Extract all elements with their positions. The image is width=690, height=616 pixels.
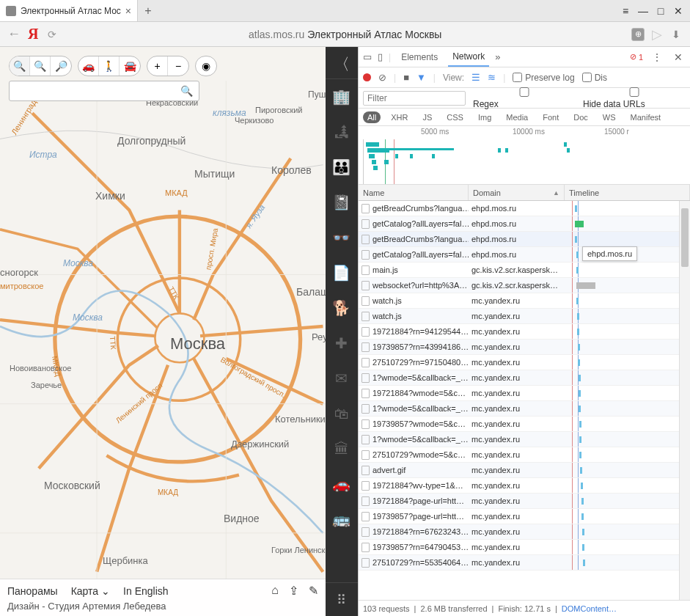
close-window-icon[interactable]: ✕ xyxy=(671,5,686,17)
header-name[interactable]: Name xyxy=(359,185,469,200)
menu-icon[interactable]: ≡ xyxy=(618,5,633,17)
capture-icon[interactable]: ■ xyxy=(403,72,409,83)
record-icon[interactable] xyxy=(363,73,371,81)
network-row[interactable]: websocket?url=http%3A…gc.kis.v2.scr.kasp… xyxy=(359,278,690,293)
url-display[interactable]: atlas.mos.ru Электронный Атлас Москвы xyxy=(66,29,624,40)
network-row[interactable]: 19721884?wmode=5&c…mc.yandex.ru xyxy=(359,386,690,401)
sidebar-mail-icon[interactable]: ✉ xyxy=(326,361,358,396)
sidebar-passport-icon[interactable]: 📓 xyxy=(326,185,358,220)
network-row[interactable]: 19739857?page-url=htt…mc.yandex.ru xyxy=(359,509,690,524)
network-row[interactable]: getBreadCrumbs?langua…ehpd.mos.ru xyxy=(359,232,690,247)
sidebar-back-icon[interactable]: 〈 xyxy=(326,50,358,79)
network-row[interactable]: 19739857?wmode=5&c…mc.yandex.ru xyxy=(359,417,690,432)
sidebar-car-icon[interactable]: 🚗 xyxy=(326,466,358,502)
category-ws[interactable]: WS xyxy=(598,111,620,123)
network-row[interactable]: watch.jsmc.yandex.ru xyxy=(359,309,690,324)
tab-elements[interactable]: Elements xyxy=(397,47,442,67)
network-row[interactable]: 19739857?rn=64790453…mc.yandex.ru xyxy=(359,540,690,555)
english-link[interactable]: In English xyxy=(123,585,168,597)
map-search-box[interactable]: 🔍 xyxy=(9,81,199,101)
inspect-icon[interactable]: ▭ xyxy=(363,51,372,62)
category-xhr[interactable]: XHR xyxy=(386,111,412,123)
locate-icon[interactable]: ◉ xyxy=(196,56,216,76)
map-canvas[interactable] xyxy=(0,47,326,616)
category-css[interactable]: CSS xyxy=(442,111,468,123)
error-badge[interactable]: ⊘ 1 xyxy=(630,52,643,62)
close-tab-icon[interactable]: × xyxy=(125,5,131,17)
layer-walk-icon[interactable]: 🚶 xyxy=(99,56,120,76)
network-row[interactable]: 19739857?rn=43994186…mc.yandex.ru xyxy=(359,340,690,355)
preserve-log-checkbox[interactable]: Preserve log xyxy=(513,73,574,83)
zoom-out-icon[interactable]: 🔎 xyxy=(51,56,71,76)
view-overview-icon[interactable]: ≋ xyxy=(488,72,496,83)
search-icon[interactable]: 🔍 xyxy=(180,85,193,97)
network-timeline[interactable]: 5000 ms 10000 ms 15000 r xyxy=(359,126,690,185)
sidebar-shopping-icon[interactable]: 🛍 xyxy=(326,396,358,431)
header-timeline[interactable]: Timeline xyxy=(565,185,690,200)
regex-checkbox[interactable]: Regex xyxy=(473,87,576,109)
minus-icon[interactable]: − xyxy=(168,56,188,76)
category-img[interactable]: Img xyxy=(474,111,496,123)
network-row[interactable]: 1?wmode=5&callback=_…mc.yandex.ru xyxy=(359,370,690,386)
sidebar-apps-icon[interactable]: ⠿ xyxy=(326,582,358,616)
sidebar-health-icon[interactable]: ✚ xyxy=(326,326,358,361)
category-manifest[interactable]: Manifest xyxy=(626,111,666,123)
network-row[interactable]: main.jsgc.kis.v2.scr.kaspersky-la… xyxy=(359,263,690,278)
sidebar-bus-icon[interactable]: 🚌 xyxy=(326,502,358,537)
network-row[interactable]: 19721884?page-url=htt…mc.yandex.ru xyxy=(359,494,690,509)
minimize-icon[interactable]: — xyxy=(636,5,650,17)
network-row[interactable]: getCatalog?allLayers=fal…ehpd.mos.ru xyxy=(359,247,690,263)
network-row[interactable]: 1?wmode=5&callback=_…mc.yandex.ru xyxy=(359,432,690,447)
layer-transit-icon[interactable]: 🚘 xyxy=(120,56,140,76)
scrollbar[interactable] xyxy=(679,201,690,600)
ruler-icon[interactable]: ✎ xyxy=(309,584,318,598)
category-font[interactable]: Font xyxy=(538,111,563,123)
sidebar-document-icon[interactable]: 📄 xyxy=(326,255,358,290)
network-row[interactable]: 19721884?rn=94129544…mc.yandex.ru xyxy=(359,324,690,340)
panoramas-link[interactable]: Панорамы xyxy=(7,585,58,597)
more-tabs-icon[interactable]: » xyxy=(495,51,500,62)
reload-icon[interactable]: ⟳ xyxy=(45,29,59,40)
kebab-icon[interactable]: ⋮ xyxy=(649,51,665,63)
map-panel[interactable]: 🔍 🔍 🔎 🚗 🚶 🚘 + − ◉ 🔍 Москва Пушкино xyxy=(0,47,326,616)
bookmark-flag-icon[interactable]: ▷ xyxy=(650,28,664,41)
sidebar-buildings-icon[interactable]: 🏢 xyxy=(326,79,358,114)
sidebar-family-icon[interactable]: 👪 xyxy=(326,150,358,185)
header-domain[interactable]: Domain▲ xyxy=(469,185,565,200)
layer-car-icon[interactable]: 🚗 xyxy=(78,56,99,76)
download-icon[interactable]: ⬇ xyxy=(669,28,683,41)
category-doc[interactable]: Doc xyxy=(569,111,592,123)
yandex-logo-icon[interactable]: Я xyxy=(28,26,38,43)
network-row[interactable]: advert.gifmc.yandex.ru xyxy=(359,463,690,478)
network-row[interactable]: 19721884?rn=67623243…mc.yandex.ru xyxy=(359,524,690,540)
search-tool-icon[interactable]: 🔍 xyxy=(10,56,30,76)
tab-network[interactable]: Network xyxy=(448,47,489,67)
category-js[interactable]: JS xyxy=(418,111,436,123)
network-row[interactable]: 27510729?rn=97150480…mc.yandex.ru xyxy=(359,355,690,370)
filter-input[interactable] xyxy=(363,91,466,106)
category-all[interactable]: All xyxy=(363,111,381,123)
share-icon[interactable]: ⇪ xyxy=(289,584,298,598)
network-row[interactable]: 19721884?wv-type=1&…mc.yandex.ru xyxy=(359,478,690,494)
back-arrow-icon[interactable]: ← xyxy=(7,26,21,42)
network-row[interactable]: getBreadCrumbs?langua…ehpd.mos.ru xyxy=(359,201,690,216)
devtools-close-icon[interactable]: ✕ xyxy=(671,51,686,63)
filter-icon[interactable]: ▼ xyxy=(416,72,426,83)
map-type-dropdown[interactable]: Карта ⌄ xyxy=(71,585,110,597)
network-row[interactable]: watch.jsmc.yandex.ru xyxy=(359,293,690,309)
device-icon[interactable]: ▯ xyxy=(378,51,383,62)
map-search-input[interactable] xyxy=(15,86,180,97)
sidebar-glasses-icon[interactable]: 👓 xyxy=(326,220,358,255)
network-row[interactable]: 27510729?rn=55354064…mc.yandex.ru xyxy=(359,555,690,571)
view-large-icon[interactable]: ☰ xyxy=(471,72,480,83)
network-row[interactable]: getCatalog?allLayers=fal…ehpd.mos.ru xyxy=(359,216,690,232)
sidebar-museum-icon[interactable]: 🏛 xyxy=(326,431,358,466)
maximize-icon[interactable]: □ xyxy=(653,5,668,17)
translate-icon[interactable]: ⊕ xyxy=(631,28,645,41)
home-icon[interactable]: ⌂ xyxy=(271,584,279,598)
browser-tab[interactable]: Электронный Атлас Мос × xyxy=(0,0,138,21)
new-tab-button[interactable]: + xyxy=(138,0,158,21)
sidebar-pet-icon[interactable]: 🐕 xyxy=(326,290,358,326)
category-media[interactable]: Media xyxy=(502,111,532,123)
hide-data-urls-checkbox[interactable]: Hide data URLs xyxy=(583,87,686,109)
